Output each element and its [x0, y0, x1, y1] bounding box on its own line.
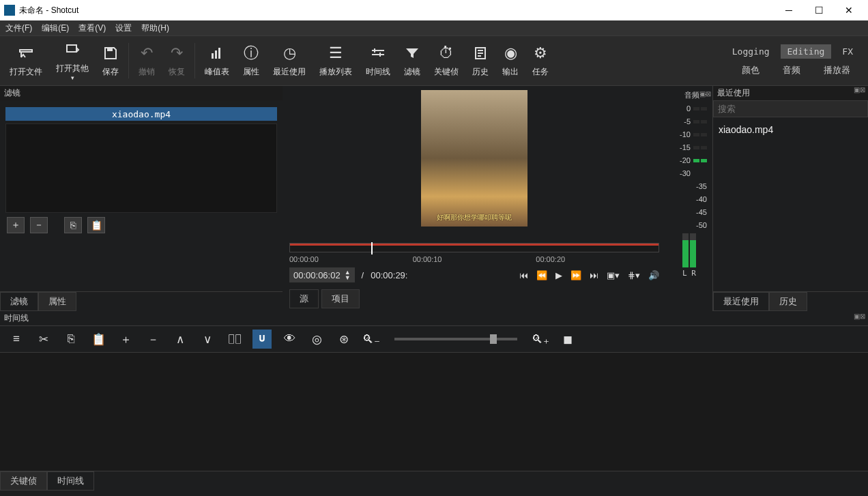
tab-filters[interactable]: 滤镜: [0, 292, 38, 311]
app-icon: [4, 5, 15, 16]
recent-search-input[interactable]: [713, 100, 868, 117]
recent-item[interactable]: xiaodao.mp4: [717, 121, 864, 138]
zoom-in-icon[interactable]: 🔍︎₊: [531, 330, 550, 349]
keyframe-button[interactable]: ⏱关键侦: [427, 36, 465, 85]
snap-icon[interactable]: [252, 330, 272, 349]
tab-project[interactable]: 项目: [321, 289, 360, 308]
tab-keyframe[interactable]: 关键侦: [0, 471, 47, 491]
mode-player[interactable]: 播放器: [814, 63, 860, 78]
skip-end-icon[interactable]: ⏭: [590, 270, 598, 280]
jobs-button[interactable]: ⚙任务: [525, 36, 555, 85]
timeline-menu-icon[interactable]: ≡: [7, 330, 26, 349]
undo-button[interactable]: ↶撤销: [132, 36, 162, 85]
paste-filter-button[interactable]: 📋: [87, 217, 105, 233]
overwrite-icon[interactable]: ∨: [198, 330, 217, 349]
zoom-dd-icon[interactable]: ▣▾: [607, 270, 620, 280]
export-button[interactable]: ◉输出: [495, 36, 525, 85]
remove-filter-button[interactable]: －: [30, 217, 48, 233]
window-title: 未命名 - Shotcut: [19, 5, 78, 16]
menu-help[interactable]: 帮助(H): [141, 23, 169, 34]
playhead[interactable]: [371, 242, 373, 254]
player-panel: 好啊那你想学哪叩聘等呢 00:00:00 00:00:10 00:00:20 0…: [283, 86, 666, 311]
lift-icon[interactable]: ∧: [171, 330, 190, 349]
tab-properties[interactable]: 属性: [38, 292, 76, 311]
append-icon[interactable]: ＋: [116, 330, 135, 349]
history-button[interactable]: 历史: [465, 36, 495, 85]
zoom-slider[interactable]: [394, 338, 517, 340]
skip-start-icon[interactable]: ⏮: [519, 270, 528, 280]
volume-icon[interactable]: 🔊: [648, 270, 659, 280]
properties-button[interactable]: ⓘ属性: [236, 36, 266, 85]
scrub-bar[interactable]: [289, 243, 659, 252]
duration-label: 00:00:29:: [371, 270, 407, 280]
filters-clip-name[interactable]: xiaodao.mp4: [5, 107, 277, 121]
paste-icon[interactable]: 📋: [89, 330, 108, 349]
playlist-button[interactable]: ☰播放列表: [313, 36, 359, 85]
tab-timeline[interactable]: 时间线: [47, 471, 94, 491]
timeline-tracks[interactable]: [0, 353, 868, 471]
cut-icon[interactable]: ✂: [34, 330, 53, 349]
mode-editing[interactable]: Editing: [781, 44, 832, 59]
video-subtitle: 好啊那你想学哪叩聘等呢: [437, 213, 512, 222]
timeline-toolbar: ≡ ✂ ⎘ 📋 ＋ － ∧ ∨ ⌷⌷ 👁 ◎ ⊛ 🔍︎₋ 🔍︎₊ ◼: [0, 325, 868, 353]
mode-fx[interactable]: FX: [835, 44, 860, 59]
dock-icon[interactable]: ▣⊠: [854, 312, 865, 320]
menu-view[interactable]: 查看(V): [78, 23, 106, 34]
dock-icon[interactable]: ▣⊠: [854, 86, 865, 93]
recent-button[interactable]: ◷最近使用: [266, 36, 313, 85]
current-time-input[interactable]: 00:00:06:02▲▼: [289, 267, 355, 282]
tick-1: 00:00:10: [413, 255, 442, 263]
timeline-panel-title: 时间线 ▣⊠: [0, 311, 868, 325]
ripple-icon[interactable]: ◎: [307, 330, 326, 349]
svg-rect-1: [107, 48, 113, 51]
open-other-button[interactable]: 打开其他▾: [49, 36, 96, 85]
ripple-all-icon[interactable]: ⊛: [334, 330, 353, 349]
svg-rect-0: [67, 45, 76, 52]
play-icon[interactable]: ▶: [555, 270, 562, 280]
maximize-button[interactable]: ☐: [804, 0, 834, 20]
save-button[interactable]: 保存: [96, 36, 126, 85]
add-filter-button[interactable]: ＋: [7, 217, 25, 233]
mode-audio[interactable]: 音频: [773, 63, 810, 78]
remove-icon[interactable]: －: [143, 330, 162, 349]
filters-list: [5, 123, 277, 213]
menu-settings[interactable]: 设置: [115, 23, 132, 34]
titlebar: 未命名 - Shotcut ─ ☐ ✕: [0, 0, 868, 20]
tab-source[interactable]: 源: [289, 289, 319, 308]
filters-panel-title: 滤镜: [0, 86, 283, 100]
redo-button[interactable]: ↷恢复: [162, 36, 192, 85]
open-file-button[interactable]: 打开文件: [3, 36, 49, 85]
recent-panel: 最近使用 ▣⊠ xiaodao.mp4 最近使用 历史: [712, 86, 868, 311]
minimize-button[interactable]: ─: [774, 0, 804, 20]
forward-icon[interactable]: ⏩: [570, 270, 581, 280]
zoom-fit-icon[interactable]: ◼: [558, 330, 577, 349]
menubar: 文件(F) 编辑(E) 查看(V) 设置 帮助(H): [0, 20, 868, 35]
dock-icon[interactable]: ▣⊠: [699, 90, 711, 98]
timeline-button[interactable]: 时间线: [359, 36, 397, 85]
mode-color[interactable]: 颜色: [732, 63, 769, 78]
filters-button[interactable]: 滤镜: [397, 36, 427, 85]
copy-filter-button[interactable]: ⎘: [64, 217, 82, 233]
audio-meter-panel: 音频⋯▣⊠ 0 -5 -10 -15 -20 -30 -35 -40 -45 -…: [666, 86, 712, 311]
tab-history[interactable]: 历史: [769, 292, 807, 311]
channel-labels: L R: [667, 269, 711, 278]
mode-logging[interactable]: Logging: [725, 44, 777, 59]
main-toolbar: 打开文件 打开其他▾ 保存 ↶撤销 ↷恢复 峰值表 ⓘ属性 ◷最近使用 ☰播放列…: [0, 35, 868, 86]
split-icon[interactable]: ⌷⌷: [225, 330, 244, 349]
scrub-audio-icon[interactable]: 👁: [280, 330, 299, 349]
tick-2: 00:00:20: [536, 255, 565, 263]
svg-rect-2: [212, 53, 214, 59]
menu-file[interactable]: 文件(F): [5, 23, 32, 34]
video-preview[interactable]: 好啊那你想学哪叩聘等呢: [421, 90, 527, 227]
grid-dd-icon[interactable]: ⋕▾: [628, 270, 640, 280]
vu-meter: [667, 233, 711, 267]
tick-0: 00:00:00: [289, 255, 319, 263]
copy-icon[interactable]: ⎘: [61, 330, 81, 349]
rewind-icon[interactable]: ⏪: [536, 270, 547, 280]
menu-edit[interactable]: 编辑(E): [42, 23, 69, 34]
close-button[interactable]: ✕: [834, 0, 864, 20]
peak-meter-button[interactable]: 峰值表: [198, 36, 236, 85]
zoom-out-icon[interactable]: 🔍︎₋: [362, 330, 381, 349]
filters-panel: 滤镜 xiaodao.mp4 ＋ － ⎘ 📋 滤镜 属性: [0, 86, 283, 311]
tab-recent[interactable]: 最近使用: [713, 292, 769, 311]
